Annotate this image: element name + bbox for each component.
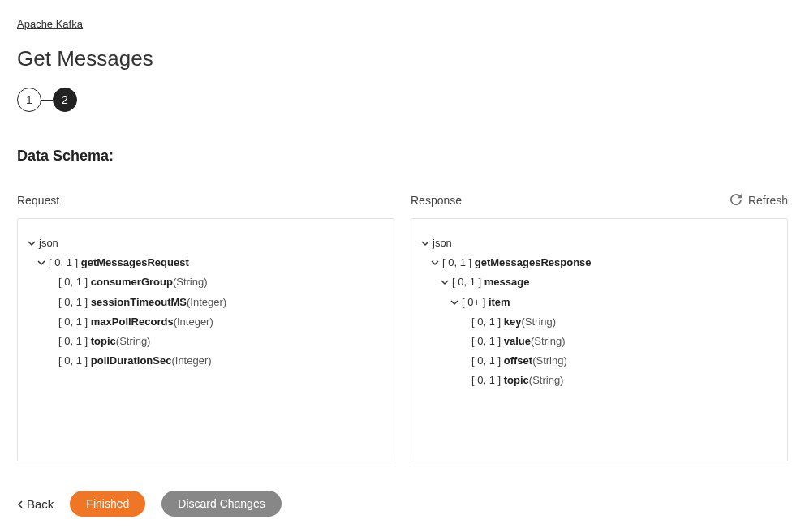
chevron-down-icon[interactable] bbox=[437, 278, 452, 286]
tree-name: topic bbox=[504, 373, 529, 388]
chevron-down-icon[interactable] bbox=[447, 298, 462, 307]
chevron-down-icon[interactable] bbox=[418, 239, 433, 247]
tree-name: value bbox=[504, 334, 531, 349]
tree-type: (String) bbox=[173, 275, 208, 290]
tree-leaf: [ 0, 1 ] key (String) bbox=[457, 312, 774, 332]
step-connector bbox=[41, 100, 53, 101]
request-column: Request json [ 0, 1 ] getMessagesR bbox=[17, 192, 394, 461]
response-schema-box: json [ 0, 1 ] getMessagesResponse bbox=[411, 218, 788, 461]
tree-leaf: [ 0, 1 ] pollDurationSec (Integer) bbox=[44, 351, 381, 371]
refresh-label: Refresh bbox=[748, 194, 788, 207]
section-title: Data Schema: bbox=[17, 148, 788, 165]
tree-prefix: [ 0, 1 ] bbox=[58, 354, 88, 368]
tree-prefix: [ 0, 1 ] bbox=[58, 275, 88, 290]
chevron-down-icon[interactable] bbox=[24, 239, 39, 247]
response-label: Response bbox=[411, 194, 462, 207]
page-title: Get Messages bbox=[17, 46, 788, 71]
tree-leaf: [ 0, 1 ] value (String) bbox=[457, 332, 774, 351]
tree-prefix: [ 0, 1 ] bbox=[442, 255, 471, 270]
request-children: [ 0, 1 ] consumerGroup (String)[ 0, 1 ] … bbox=[34, 272, 381, 371]
tree-type: (Integer) bbox=[171, 354, 211, 368]
tree-name: offset bbox=[504, 354, 532, 368]
chevron-left-icon bbox=[17, 497, 24, 511]
tree-type: (String) bbox=[532, 354, 567, 368]
tree-prefix: [ 0, 1 ] bbox=[58, 334, 88, 349]
tree-leaf: [ 0, 1 ] sessionTimeoutMS (Integer) bbox=[44, 293, 381, 312]
tree-name: pollDurationSec bbox=[91, 354, 172, 368]
tree-name: topic bbox=[91, 334, 116, 349]
back-button[interactable]: Back bbox=[17, 497, 54, 511]
finished-button[interactable]: Finished bbox=[70, 491, 145, 517]
chevron-down-icon[interactable] bbox=[34, 259, 49, 267]
tree-prefix: [ 0, 1 ] bbox=[49, 255, 78, 270]
tree-prefix: [ 0, 1 ] bbox=[471, 354, 501, 368]
discard-button[interactable]: Discard Changes bbox=[161, 491, 281, 517]
tree-prefix: [ 0, 1 ] bbox=[471, 315, 501, 329]
tree-leaf: [ 0, 1 ] consumerGroup (String) bbox=[44, 272, 381, 292]
tree-leaf: [ 0, 1 ] offset (String) bbox=[457, 351, 774, 371]
tree-name: key bbox=[504, 315, 522, 329]
refresh-button[interactable]: Refresh bbox=[730, 194, 788, 208]
request-schema-box: json [ 0, 1 ] getMessagesRequest [ 0, 1 … bbox=[17, 218, 394, 461]
tree-name: maxPollRecords bbox=[91, 315, 174, 329]
tree-type: (String) bbox=[531, 334, 566, 349]
tree-type: (Integer) bbox=[187, 295, 226, 310]
tree-type: (String) bbox=[521, 315, 556, 329]
request-label: Request bbox=[17, 194, 59, 207]
tree-name: message bbox=[484, 275, 530, 290]
tree-name: item bbox=[489, 295, 510, 310]
tree-prefix: [ 0, 1 ] bbox=[471, 373, 501, 388]
step-1[interactable]: 1 bbox=[17, 88, 41, 112]
tree-type: (Integer) bbox=[174, 315, 213, 329]
tree-type: (String) bbox=[529, 373, 564, 388]
tree-leaf: [ 0, 1 ] topic (String) bbox=[44, 332, 381, 351]
tree-name: getMessagesRequest bbox=[81, 255, 189, 270]
tree-prefix: [ 0, 1 ] bbox=[58, 315, 88, 329]
step-2[interactable]: 2 bbox=[53, 88, 77, 112]
tree-prefix: [ 0, 1 ] bbox=[471, 334, 501, 349]
tree-name: getMessagesResponse bbox=[475, 255, 592, 270]
tree-prefix: [ 0+ ] bbox=[462, 295, 485, 310]
stepper: 1 2 bbox=[17, 88, 788, 112]
response-children: [ 0, 1 ] key (String)[ 0, 1 ] value (Str… bbox=[447, 312, 774, 391]
refresh-icon bbox=[730, 194, 742, 208]
footer: Back Finished Discard Changes bbox=[17, 491, 788, 517]
tree-leaf: [ 0, 1 ] maxPollRecords (Integer) bbox=[44, 312, 381, 332]
tree-type: (String) bbox=[116, 334, 151, 349]
tree-leaf: [ 0, 1 ] topic (String) bbox=[457, 371, 774, 390]
back-label: Back bbox=[27, 497, 54, 511]
tree-name: consumerGroup bbox=[91, 275, 173, 290]
tree-root-label: json bbox=[433, 236, 452, 251]
chevron-down-icon[interactable] bbox=[428, 259, 442, 267]
tree-prefix: [ 0, 1 ] bbox=[58, 295, 88, 310]
tree-prefix: [ 0, 1 ] bbox=[452, 275, 481, 290]
tree-root-label: json bbox=[39, 236, 58, 251]
breadcrumb-link[interactable]: Apache Kafka bbox=[17, 18, 83, 30]
tree-name: sessionTimeoutMS bbox=[91, 295, 187, 310]
response-column: Response Refresh json bbox=[411, 192, 788, 461]
